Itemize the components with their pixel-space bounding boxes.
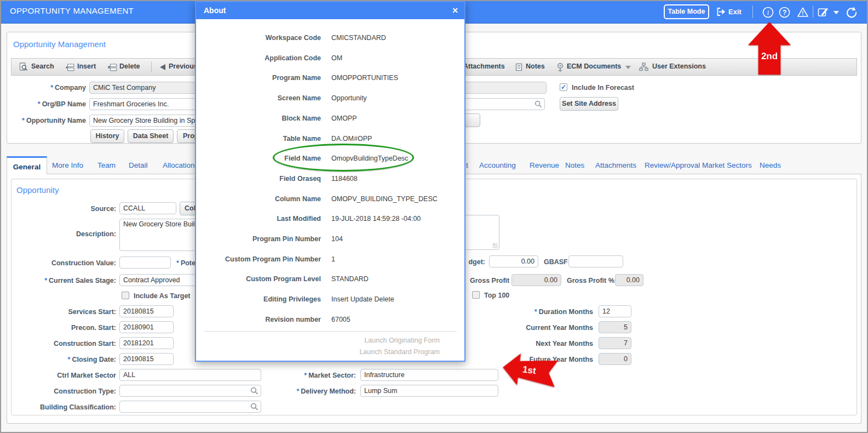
building-classification-field[interactable] bbox=[119, 401, 261, 413]
dialog-row-value: 1 bbox=[331, 255, 335, 263]
closing-date-field[interactable]: 20190815 bbox=[119, 353, 174, 365]
help-icon[interactable]: ? bbox=[779, 7, 790, 18]
market-sector-field[interactable]: Infrastructure bbox=[360, 369, 498, 381]
previous-arrow-icon bbox=[158, 64, 166, 71]
tab-notes[interactable]: Notes bbox=[565, 156, 584, 174]
tab-revenue[interactable]: Revenue bbox=[530, 156, 559, 174]
services-start-label: Services Start: bbox=[11, 308, 116, 316]
precon-start-field[interactable]: 20180901 bbox=[119, 321, 174, 333]
tab-general[interactable]: General bbox=[7, 156, 47, 174]
toolbar-ecm-documents[interactable]: ECM Documents bbox=[567, 62, 621, 70]
set-site-address-button[interactable]: Set Site Address bbox=[560, 97, 618, 111]
dialog-row-label: Revision number bbox=[196, 316, 321, 323]
tab-market-sectors[interactable]: Market Sectors bbox=[702, 156, 752, 174]
current-year-months-field: 5 bbox=[599, 321, 631, 333]
tab-more-info[interactable]: More Info bbox=[52, 156, 83, 174]
tab-team[interactable]: Team bbox=[97, 156, 116, 174]
delivery-method-label: *Delivery Method: bbox=[252, 388, 356, 395]
data-sheet-button[interactable]: Data Sheet bbox=[128, 129, 174, 143]
search-icon bbox=[19, 62, 28, 71]
construction-type-label: Construction Type: bbox=[11, 388, 116, 395]
ecm-documents-icon bbox=[556, 62, 564, 72]
current-sales-stage-label: *Current Sales Stage: bbox=[11, 277, 116, 284]
launch-originating-form-link[interactable]: Launch Originating Form bbox=[364, 337, 440, 344]
delivery-method-field[interactable]: Lump Sum bbox=[360, 385, 498, 397]
edit-icon[interactable] bbox=[818, 7, 829, 18]
toolbar-search[interactable]: Search bbox=[31, 62, 54, 70]
orgbp-label: *Org/BP Name bbox=[0, 100, 86, 108]
dialog-row-label: Editing Privileges bbox=[196, 295, 321, 303]
header-separator bbox=[752, 5, 753, 18]
search-lookup-icon[interactable] bbox=[534, 100, 542, 108]
dialog-row-value: 1184608 bbox=[331, 175, 358, 183]
toolbar-attachments[interactable]: Attachments bbox=[463, 62, 505, 70]
dialog-row-value: DA.OM#OPP bbox=[331, 135, 372, 143]
toolbar-delete[interactable]: Delete bbox=[119, 62, 140, 70]
dialog-row-label: Custom Program Level bbox=[196, 275, 321, 283]
close-icon[interactable]: ✕ bbox=[452, 6, 458, 15]
construction-value-label: Construction Value: bbox=[11, 259, 116, 267]
info-icon[interactable]: i bbox=[762, 7, 774, 18]
dialog-row-label: Screen Name bbox=[196, 94, 321, 102]
ctrl-market-sector-field[interactable]: ALL bbox=[119, 369, 261, 381]
dialog-row-value: CMICSTANDARD bbox=[331, 34, 386, 42]
tab-partial[interactable]: t bbox=[466, 156, 468, 174]
table-mode-button[interactable]: Table Mode bbox=[664, 4, 709, 19]
source-field[interactable]: CCALL bbox=[119, 202, 176, 214]
search-lookup-icon[interactable] bbox=[250, 403, 258, 411]
duration-months-field[interactable]: 12 bbox=[599, 305, 631, 317]
tab-review-approval[interactable]: Review/Approval bbox=[645, 156, 700, 174]
gbasf-label: GBASF bbox=[544, 258, 568, 266]
tab-accounting[interactable]: Accounting bbox=[479, 156, 516, 174]
precon-start-label: Precon. Start: bbox=[11, 324, 116, 332]
construction-start-field[interactable]: 20181201 bbox=[119, 337, 174, 349]
panel-heading: Opportunity Management bbox=[13, 39, 106, 49]
source-label: Source: bbox=[11, 205, 116, 213]
next-year-months-field: 7 bbox=[599, 337, 631, 349]
dialog-row-value: 19-JUL-2018 14:59:28 -04:00 bbox=[331, 215, 421, 223]
history-button[interactable]: History bbox=[90, 129, 124, 143]
resize-grip-icon[interactable] bbox=[493, 243, 498, 248]
annotation-ellipse-field-name bbox=[273, 144, 414, 172]
construction-value-field[interactable] bbox=[119, 257, 171, 269]
toolbar-notes[interactable]: Notes bbox=[526, 62, 545, 70]
include-in-forecast-checkbox[interactable]: ✓ bbox=[560, 83, 567, 91]
tab-detail[interactable]: Detail bbox=[129, 156, 148, 174]
include-as-target-checkbox[interactable] bbox=[122, 292, 129, 299]
dialog-row-value: OM bbox=[331, 54, 342, 62]
dialog-row-label: Last Modified bbox=[196, 215, 321, 223]
svg-text:!: ! bbox=[802, 10, 803, 16]
tab-attachments[interactable]: Attachments bbox=[595, 156, 636, 174]
launch-standard-program-link[interactable]: Launch Standard Program bbox=[359, 348, 440, 356]
current-year-months-label: Current Year Months bbox=[471, 324, 593, 332]
refresh-icon[interactable] bbox=[846, 6, 858, 18]
warning-icon[interactable]: ! bbox=[797, 7, 809, 18]
company-label: *Company bbox=[0, 84, 86, 92]
gross-profit-field: 0.00 bbox=[511, 274, 561, 286]
about-dialog: About ✕ Workspace Code CMICSTANDARD Appl… bbox=[195, 1, 465, 362]
toolbar-user-extensions[interactable]: User Extensions bbox=[652, 62, 706, 70]
dialog-row-label: Custom Program Pin Number bbox=[196, 255, 321, 263]
construction-type-field[interactable] bbox=[119, 385, 261, 397]
dialog-row-value: OMOPP bbox=[331, 115, 357, 122]
next-year-months-label: Next Year Months bbox=[471, 340, 593, 347]
building-classification-label: Building Classification: bbox=[11, 403, 116, 411]
about-dialog-title: About bbox=[196, 2, 464, 19]
gross-profit-pct-label: Gross Profit %: bbox=[567, 277, 617, 284]
app-title: OPPORTUNITY MANAGEMENT bbox=[10, 6, 134, 15]
top-100-checkbox[interactable] bbox=[472, 291, 480, 299]
tab-allocation[interactable]: Allocation bbox=[163, 156, 195, 174]
chevron-down-icon[interactable] bbox=[833, 11, 839, 14]
dialog-row-label: Block Name bbox=[196, 115, 321, 122]
toolbar-insert[interactable]: Insert bbox=[77, 62, 96, 70]
gbasf-field[interactable] bbox=[568, 255, 623, 267]
dialog-row-value: Opportunity bbox=[331, 94, 367, 102]
services-start-field[interactable]: 20180815 bbox=[119, 305, 174, 317]
exit-icon[interactable] bbox=[716, 7, 726, 16]
tab-needs[interactable]: Needs bbox=[760, 156, 781, 174]
exit-button[interactable]: Exit bbox=[728, 8, 741, 16]
ecm-dropdown-caret-icon[interactable] bbox=[625, 66, 631, 69]
toolbar-previous[interactable]: Previous bbox=[169, 62, 198, 70]
dialog-row-value: STANDARD bbox=[331, 275, 369, 283]
budget-field[interactable]: 0.00 bbox=[489, 255, 538, 267]
